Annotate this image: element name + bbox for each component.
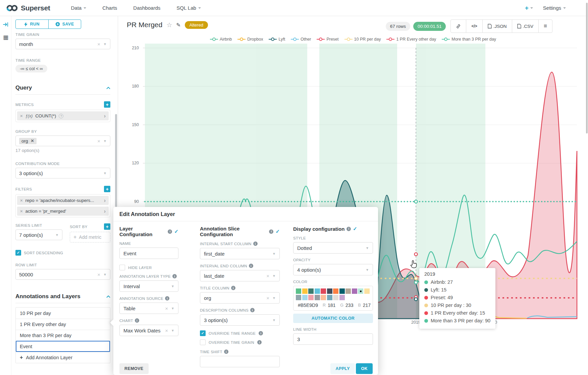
add-filter-button[interactable]: + bbox=[104, 186, 110, 192]
override-time-grain-checkbox[interactable]: OVERRIDE TIME GRAIN i bbox=[200, 339, 280, 345]
color-swatch[interactable] bbox=[352, 288, 357, 294]
color-swatch[interactable] bbox=[345, 288, 351, 294]
filter-chip[interactable]: × action = 'pr_merged' › bbox=[17, 207, 109, 216]
nav-charts[interactable]: Charts bbox=[102, 5, 117, 11]
clear-icon[interactable]: × bbox=[97, 272, 100, 277]
remove-filter-icon[interactable]: × bbox=[20, 198, 23, 203]
line-width-input[interactable] bbox=[293, 333, 373, 345]
color-swatch[interactable] bbox=[296, 295, 301, 300]
chevron-up-icon[interactable] bbox=[106, 87, 110, 89]
datasource-grid-button[interactable]: ▦ bbox=[0, 33, 11, 42]
clear-icon[interactable]: × bbox=[165, 328, 168, 333]
chart-select[interactable]: Max Work Dates × ▼ bbox=[119, 325, 178, 336]
save-button[interactable]: SAVE bbox=[49, 20, 81, 29]
interval-end-select[interactable]: last_date × ▼ bbox=[200, 270, 280, 281]
chart-menu-button[interactable]: ≡ bbox=[538, 20, 552, 33]
info-icon[interactable]: i bbox=[257, 340, 262, 344]
info-icon[interactable]: i bbox=[346, 227, 351, 231]
info-icon[interactable]: i bbox=[249, 264, 253, 268]
info-icon[interactable]: i bbox=[165, 296, 169, 301]
sort-by-add-metric[interactable]: +Add metric bbox=[70, 232, 110, 243]
annotation-layer-item-selected[interactable]: Event bbox=[16, 341, 110, 352]
export-csv-button[interactable]: .CSV bbox=[512, 20, 539, 33]
export-json-button[interactable]: .JSON bbox=[482, 20, 512, 33]
remove-chip-icon[interactable]: ✕ bbox=[31, 139, 34, 143]
annotation-layer-item[interactable]: More than 3 PR per day bbox=[16, 330, 110, 341]
superset-logo[interactable]: Superset bbox=[6, 4, 50, 12]
interval-start-select[interactable]: first_date ▼ bbox=[200, 248, 280, 259]
new-item-button[interactable]: + bbox=[525, 4, 533, 12]
annotation-layer-item[interactable]: 1 PR Every other day bbox=[16, 319, 110, 330]
title-column-select[interactable]: org × ▼ bbox=[200, 292, 280, 304]
info-icon[interactable]: i bbox=[269, 229, 273, 234]
info-icon[interactable]: i bbox=[253, 242, 258, 246]
color-swatch[interactable] bbox=[339, 288, 345, 294]
color-swatch[interactable] bbox=[333, 295, 338, 300]
copy-link-button[interactable] bbox=[451, 20, 466, 33]
info-icon[interactable]: i bbox=[168, 229, 172, 234]
group-by-select[interactable]: org✕ × ▼ bbox=[15, 136, 110, 146]
style-select[interactable]: Dotted ▼ bbox=[293, 242, 373, 254]
info-icon[interactable]: i bbox=[250, 308, 255, 312]
ok-button[interactable]: OK bbox=[356, 363, 373, 374]
hide-layer-checkbox[interactable]: HIDE LAYER bbox=[119, 265, 178, 270]
series-limit-select[interactable]: 7 option(s) ▼ bbox=[15, 229, 62, 240]
color-swatch[interactable] bbox=[333, 288, 338, 294]
add-sort-metric-button[interactable]: + bbox=[104, 223, 110, 230]
add-annotation-layer-button[interactable]: + Add Annotation Layer bbox=[16, 352, 110, 363]
color-swatch[interactable] bbox=[364, 288, 370, 294]
color-swatch[interactable] bbox=[315, 288, 320, 294]
nav-sql-lab[interactable]: SQL Lab bbox=[176, 5, 201, 11]
info-icon[interactable]: i bbox=[224, 350, 228, 354]
sidebar-scrollbar[interactable] bbox=[115, 114, 117, 207]
sort-descending-checkbox[interactable]: ✓ SORT DESCENDING bbox=[15, 250, 110, 256]
time-grain-select[interactable]: month × ▼ bbox=[15, 39, 110, 49]
color-swatch[interactable] bbox=[327, 288, 332, 294]
nav-dashboards[interactable]: Dashboards bbox=[133, 5, 160, 11]
color-swatch[interactable] bbox=[302, 295, 308, 300]
time-range-pill[interactable]: -∞ ≤ col < ∞ bbox=[15, 65, 47, 72]
color-swatch[interactable] bbox=[321, 288, 326, 294]
color-swatch[interactable] bbox=[339, 295, 345, 300]
name-input[interactable] bbox=[119, 248, 178, 259]
override-time-range-checkbox[interactable]: ✓ OVERRIDE TIME RANGE i bbox=[200, 330, 280, 336]
clear-icon[interactable]: × bbox=[266, 273, 269, 279]
color-swatch[interactable] bbox=[302, 288, 308, 294]
time-shift-input[interactable] bbox=[200, 356, 280, 367]
color-swatch[interactable] bbox=[327, 295, 332, 300]
color-swatch[interactable] bbox=[315, 295, 320, 300]
color-swatch[interactable] bbox=[296, 288, 301, 294]
embed-code-button[interactable]: </> bbox=[466, 20, 482, 33]
filter-chip[interactable]: × repo = 'apache/incubator-supers... › bbox=[17, 196, 109, 205]
info-icon[interactable]: i bbox=[135, 318, 139, 323]
color-swatch-selected[interactable] bbox=[358, 288, 363, 294]
chevron-right-icon[interactable]: › bbox=[104, 198, 106, 203]
clear-icon[interactable]: × bbox=[97, 41, 100, 47]
clear-icon[interactable]: × bbox=[165, 306, 168, 311]
chevron-right-icon[interactable]: › bbox=[104, 113, 106, 119]
contribution-mode-select[interactable]: 3 option(s) ▼ bbox=[15, 168, 110, 178]
color-swatch[interactable] bbox=[308, 295, 314, 300]
info-icon[interactable]: i bbox=[259, 331, 263, 335]
description-columns-select[interactable]: 3 option(s) ▼ bbox=[200, 314, 280, 326]
color-swatch[interactable] bbox=[308, 288, 314, 294]
apply-button[interactable]: APPLY bbox=[330, 363, 355, 374]
annotation-layer-item[interactable]: 10 PR per day bbox=[16, 308, 110, 319]
clear-icon[interactable]: × bbox=[266, 295, 269, 301]
remove-filter-icon[interactable]: × bbox=[20, 209, 23, 214]
nav-data[interactable]: Data bbox=[71, 5, 86, 11]
automatic-color-button[interactable]: AUTOMATIC COLOR bbox=[293, 314, 373, 323]
remove-metric-icon[interactable]: × bbox=[20, 113, 23, 118]
opacity-select[interactable]: 4 option(s) ▼ bbox=[293, 264, 373, 275]
row-limit-select[interactable]: 50000 × ▼ bbox=[15, 269, 110, 280]
group-by-chip[interactable]: org✕ bbox=[19, 138, 37, 144]
altered-badge[interactable]: Altered bbox=[185, 21, 208, 29]
annotation-layer-type-select[interactable]: Interval ▼ bbox=[119, 280, 178, 292]
window-scrollbar[interactable] bbox=[586, 3, 588, 133]
add-metric-button[interactable]: + bbox=[104, 101, 110, 108]
color-swatch[interactable] bbox=[321, 295, 326, 300]
metric-chip[interactable]: × ƒ(x) COUNT(*) ? › bbox=[17, 111, 109, 120]
annotation-source-select[interactable]: Table × ▼ bbox=[119, 303, 178, 314]
info-icon[interactable]: i bbox=[231, 286, 235, 290]
chevron-up-icon[interactable] bbox=[106, 296, 110, 298]
